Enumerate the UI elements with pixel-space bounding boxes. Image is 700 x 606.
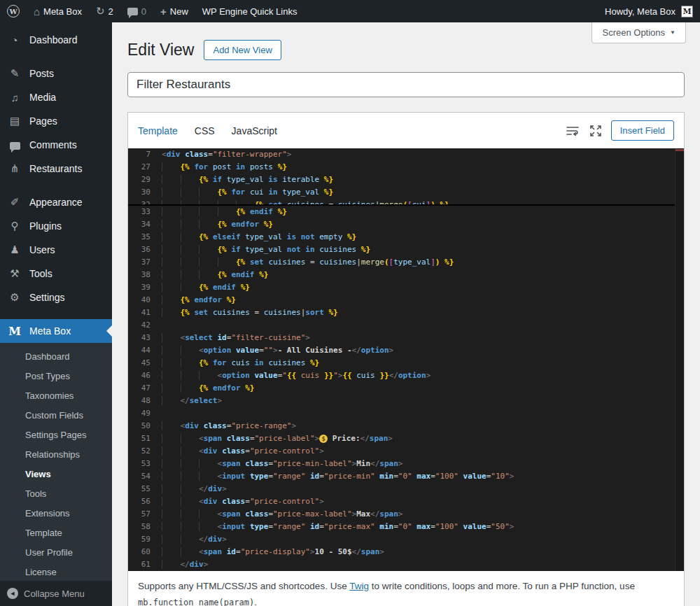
submenu-item-custom-fields[interactable]: Custom Fields [0,406,112,425]
code-line: 38 {% endif %} [128,269,684,281]
site-name-link[interactable]: ⌂ Meta Box [27,0,89,22]
view-title-input[interactable] [127,72,685,97]
sidebar-item-settings[interactable]: ⚙Settings [0,286,112,309]
code-line: 27 {% for post in posts %} [128,161,684,174]
menu-separator [0,52,112,62]
sidebar-item-dashboard[interactable]: ◔Dashboard [0,28,112,52]
code-line: 48 </select> [128,395,684,407]
fullscreen-icon[interactable] [589,124,603,138]
new-content-link[interactable]: + New [153,0,195,22]
sidebar-item-tools[interactable]: ⚒Tools [0,262,112,286]
code-text: </div> [162,558,208,571]
sidebar-item-appearance[interactable]: ✐Appearance [0,190,112,214]
sidebar-item-media[interactable]: ♫Media [0,85,112,109]
sidebar-item-label: Meta Box [24,325,71,337]
sidebar-item-label: Media [24,92,56,103]
sidebar-item-meta-box[interactable]: MMeta Box [0,319,112,343]
wp-engine-quick-links[interactable]: WP Engine Quick Links [195,0,304,22]
code-text: {% endfor %} [162,382,255,395]
help-text-after: . [254,597,257,606]
sidebar-item-label: Restaurants [24,163,82,174]
code-text: <div class="price-range"> [162,420,296,432]
tab-css[interactable]: CSS [195,125,215,136]
submenu-item-user-profile[interactable]: User Profile [0,543,112,563]
tab-javascript[interactable]: JavaScript [232,125,277,136]
code-text: {% for cui in type_val %} [162,186,333,199]
code-text: <input type="range" id="price-max" min="… [162,521,514,533]
comment-bubble-icon [127,8,138,15]
tab-template[interactable]: Template [138,125,178,136]
sidebar-item-pages[interactable]: ▤Pages [0,109,112,133]
code-line: 61 </div> [128,558,684,571]
admin-bar: W ⌂ Meta Box ↻ 2 0 + New WP Engine Quick… [0,0,700,22]
code-line: 29 {% if type_val is iterable %} [128,174,684,186]
code-line: 42 [128,319,684,332]
line-number: 54 [128,470,162,483]
code-text: {% for post in posts %} [162,161,287,174]
submenu-item-views[interactable]: Views [0,465,112,484]
screen-options-button[interactable]: Screen Options ▼ [592,22,686,43]
code-text: <input type="range" id="price-min" min="… [162,470,514,483]
sidebar-item-label: Comments [24,139,77,150]
word-wrap-icon[interactable] [565,123,580,139]
submenu-item-dashboard[interactable]: Dashboard [0,347,112,367]
sidebar-item-label: Settings [24,292,65,303]
plus-icon: + [160,6,167,17]
code-line: 57 <span class="price-max-label">Max</sp… [128,508,684,521]
submenu-item-license[interactable]: License [0,563,112,582]
sidebar-item-plugins[interactable]: ⚲Plugins [0,214,112,238]
submenu-item-relationships[interactable]: Relationships [0,445,112,465]
sidebar-item-label: Pages [24,115,57,127]
admin-menu-items: ◔Dashboard✎Posts♫Media▤PagesComments⋔Res… [0,22,112,589]
settings-icon: ⚙ [6,291,24,304]
code-line: 32 {% set cuisines = cuisines|merge([cui… [128,199,684,204]
code-text: {% if type_val is iterable %} [162,174,333,186]
code-text: {% endif %} [162,281,250,294]
code-text: {% endfor %} [162,294,236,306]
insert-field-button[interactable]: Insert Field [611,120,674,141]
code-line: 36 {% if type_val not in cuisines %} [128,244,684,256]
help-text-mid: to write conditions, loops and more. To … [369,581,635,591]
code-text: <span class="price-label">$ Price:</span… [162,432,393,445]
submenu-item-settings-pages[interactable]: Settings Pages [0,425,112,445]
submenu-item-template[interactable]: Template [0,523,112,543]
code-text: <span class="price-max-label">Max</span> [162,508,402,521]
sidebar-item-posts[interactable]: ✎Posts [0,62,112,85]
code-text: {% set cuisines = cuisines|merge([cui]) … [162,199,449,204]
updates-link[interactable]: ↻ 2 [89,0,120,22]
sidebar-item-comments[interactable]: Comments [0,133,112,157]
submenu-item-post-types[interactable]: Post Types [0,367,112,386]
line-number: 29 [128,174,162,186]
code-line: 45 {% for cuis in cuisines %} [128,357,684,369]
howdy-label: Howdy, Meta Box [605,6,676,17]
twig-link[interactable]: Twig [349,581,369,591]
collapse-menu-button[interactable]: ◄ Collapse Menu [0,581,112,606]
code-editor[interactable]: 7<div class="filter-wrapper">27 {% for p… [128,148,684,571]
line-number: 30 [128,186,162,199]
code-lines: 33 {% endif %}34 {% endfor %}35 {% elsei… [128,206,684,571]
submenu-item-taxonomies[interactable]: Taxonomies [0,386,112,406]
line-number: 49 [128,407,162,420]
updates-icon: ↻ [96,5,105,17]
editor-toolbar: Insert Field [565,120,674,141]
submenu-item-extensions[interactable]: Extensions [0,504,112,523]
sidebar-item-users[interactable]: ♟Users [0,238,112,262]
metabox-submenu: DashboardPost TypesTaxonomiesCustom Fiel… [0,343,112,589]
users-icon: ♟ [6,244,24,256]
sidebar-item-label: Posts [24,68,54,79]
code-line: 60 <span id="price-display">10 - 50$</sp… [128,546,684,558]
submenu-item-tools[interactable]: Tools [0,484,112,504]
line-number: 53 [128,458,162,470]
admin-bar-account[interactable]: Howdy, Meta Box M [605,6,700,17]
admin-bar-left: W ⌂ Meta Box ↻ 2 0 + New WP Engine Quick… [0,0,304,22]
wordpress-menu[interactable]: W [0,0,27,22]
sidebar-item-restaurants[interactable]: ⋔Restaurants [0,157,112,181]
metabox-m-icon: M [6,325,24,338]
code-line: 52 <div class="price-control"> [128,445,684,458]
add-new-view-button[interactable]: Add New View [204,40,281,60]
editor-scrollbar[interactable] [675,148,684,571]
code-line: 49 [128,407,684,420]
comments-link[interactable]: 0 [120,0,153,22]
comments-count: 0 [141,6,146,17]
line-number: 50 [128,420,162,432]
